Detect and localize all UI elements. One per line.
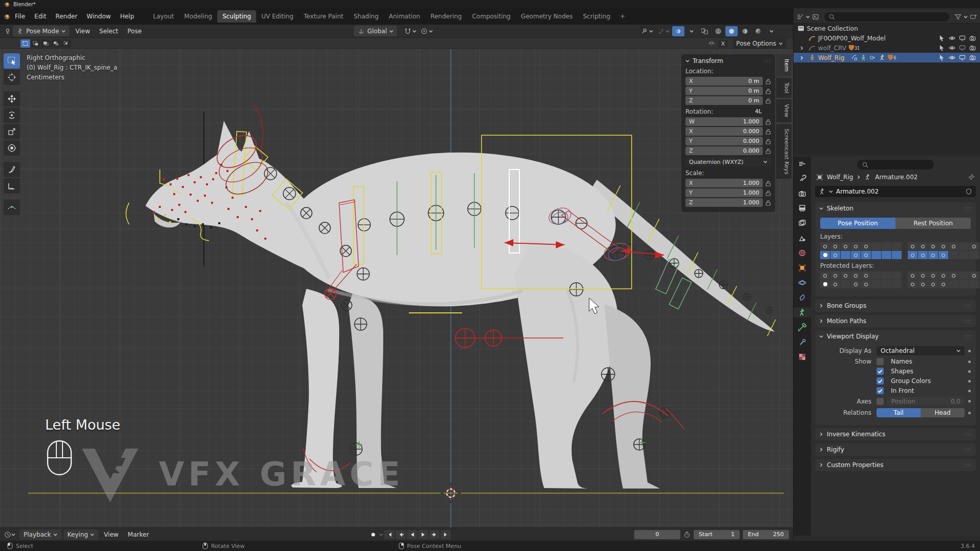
layer-cell[interactable] (882, 251, 891, 259)
tool-select-box[interactable] (4, 53, 20, 69)
xray-toggle[interactable] (699, 26, 711, 36)
properties-search[interactable] (857, 160, 934, 169)
workspace-tab-sculpting[interactable]: Sculpting (217, 10, 256, 23)
layer-cell[interactable] (892, 242, 902, 250)
layer-cell[interactable] (949, 242, 958, 250)
armature-layers[interactable] (820, 242, 971, 259)
animate-dot[interactable] (968, 361, 971, 363)
select-mode-invert[interactable] (51, 39, 61, 48)
layer-cell[interactable] (861, 251, 871, 259)
properties-tab-object-data-armature[interactable] (794, 307, 811, 317)
protected-layers[interactable] (820, 271, 971, 288)
properties-tab-tool[interactable] (794, 174, 811, 184)
prev-keyframe-button[interactable] (395, 530, 406, 539)
scale-x-field[interactable]: X1.000 (685, 179, 763, 187)
outliner-display-mode-icon[interactable] (797, 13, 804, 20)
rotation-x-field[interactable]: X0.000 (685, 127, 763, 136)
properties-editor-type-icon[interactable] (794, 159, 811, 169)
hide-viewport-icon[interactable] (949, 54, 955, 61)
axes-position-slider[interactable]: Position 0.0 (887, 397, 965, 406)
play-reverse-button[interactable] (407, 530, 417, 539)
menu-window[interactable]: Window (82, 11, 115, 22)
n-panel-tab-view[interactable]: View (776, 99, 791, 122)
pin-icon[interactable] (968, 174, 975, 181)
skeleton-panel-header[interactable]: Skeleton :::: (815, 202, 976, 215)
rotation-z-field[interactable]: Z0.000 (685, 146, 763, 155)
properties-tab-view-layer[interactable] (794, 218, 811, 228)
layer-cell[interactable] (892, 280, 902, 288)
timeline-menu-keying[interactable]: Keying (64, 529, 98, 540)
layer-cell[interactable] (830, 271, 840, 280)
layer-cell[interactable] (841, 242, 850, 250)
scale-z-field[interactable]: Z1.000 (685, 198, 763, 207)
tool-move[interactable] (4, 91, 20, 107)
layer-cell[interactable] (830, 280, 840, 288)
animate-dot[interactable] (968, 380, 971, 383)
n-panel-tab-screencast-keys[interactable]: Screencast Keys (776, 124, 791, 179)
rotation-y-field[interactable]: Y0.000 (685, 137, 763, 145)
layer-cell[interactable] (959, 271, 969, 280)
workspace-tab-animation[interactable]: Animation (384, 10, 425, 23)
properties-tab-scene[interactable] (794, 233, 811, 243)
selectable-icon[interactable] (939, 45, 945, 51)
layer-cell[interactable] (861, 280, 871, 288)
shapes-checkbox[interactable] (877, 368, 884, 375)
bone-groups-panel[interactable]: Bone Groups:::: (815, 300, 976, 312)
rotation-w-field[interactable]: W1.000 (685, 117, 763, 126)
properties-tab-output[interactable] (794, 203, 811, 214)
stopwatch-icon[interactable] (683, 531, 691, 538)
rest-position-button[interactable]: Rest Position (895, 218, 971, 229)
outliner-row-scene-collection[interactable]: Scene Collection (794, 24, 980, 33)
orientation-dropdown[interactable]: Global (354, 26, 397, 36)
properties-tab-object[interactable] (794, 263, 811, 273)
names-checkbox[interactable] (877, 358, 884, 365)
custom-properties-panel[interactable]: Custom Properties:::: (815, 459, 976, 471)
layer-cell[interactable] (882, 280, 891, 288)
3d-viewport[interactable]: Right Orthographic (0) Wolf_Rig : CTR_IK… (0, 49, 793, 527)
viewport-menu-view[interactable]: View (71, 26, 94, 36)
proportional-edit-button[interactable] (419, 26, 434, 36)
layer-cell[interactable] (851, 271, 861, 280)
armature-datablock-field[interactable]: Armature.002 (815, 186, 976, 197)
layer-cell[interactable] (841, 280, 850, 288)
outliner-scope-icon[interactable] (812, 13, 819, 20)
select-mode-intersect[interactable] (61, 39, 71, 48)
layer-cell[interactable] (918, 280, 928, 288)
layer-cell[interactable] (939, 271, 948, 280)
rotation-mode-dropdown[interactable]: Quaternion (WXYZ) (685, 157, 771, 166)
frame-end-field[interactable]: End 250 (743, 530, 789, 539)
transform-panel-header[interactable]: Transform :::: (685, 57, 771, 65)
timeline-menu-playback[interactable]: Playback (19, 529, 61, 540)
workspace-tab-scripting[interactable]: Scripting (578, 10, 615, 23)
shading-dropdown[interactable] (765, 26, 778, 36)
next-keyframe-button[interactable] (429, 530, 440, 539)
layer-cell[interactable] (969, 242, 979, 250)
snap-button[interactable] (403, 26, 418, 36)
relations-head-button[interactable]: Head (921, 408, 965, 417)
selectable-icon[interactable] (939, 54, 945, 61)
layer-cell[interactable] (959, 280, 969, 288)
workspace-tab-modeling[interactable]: Modeling (179, 10, 218, 23)
outliner-row-wolf-model[interactable]: JF0O0P00_Wolf_Model (794, 33, 980, 43)
disable-viewport-icon[interactable] (959, 45, 966, 51)
inverse-kinematics-panel[interactable]: Inverse Kinematics:::: (815, 428, 976, 440)
shading-solid-button[interactable] (725, 26, 738, 36)
add-workspace-button[interactable]: + (615, 10, 630, 23)
shading-wireframe-button[interactable] (712, 26, 724, 36)
n-panel-tab-item[interactable]: Item (776, 54, 791, 76)
layer-cell[interactable] (871, 280, 881, 288)
fake-user-shield-icon[interactable] (965, 188, 972, 195)
workspace-tab-geometry-nodes[interactable]: Geometry Nodes (516, 10, 578, 23)
animate-dot[interactable] (968, 370, 971, 373)
shading-material-button[interactable] (739, 26, 751, 36)
layer-cell[interactable] (830, 242, 840, 250)
overlays-dropdown[interactable] (685, 26, 698, 36)
gizmo-dropdown[interactable] (656, 26, 671, 36)
workspace-tab-shading[interactable]: Shading (348, 10, 384, 23)
layer-cell[interactable] (830, 251, 840, 259)
outliner-row-wolf-crv[interactable]: wolf_CRV 31 (794, 43, 980, 53)
layer-cell[interactable] (908, 251, 918, 259)
current-frame-field[interactable]: 0 (634, 530, 680, 539)
timeline-editor-icon[interactable] (4, 531, 11, 538)
layer-cell[interactable] (908, 280, 918, 288)
